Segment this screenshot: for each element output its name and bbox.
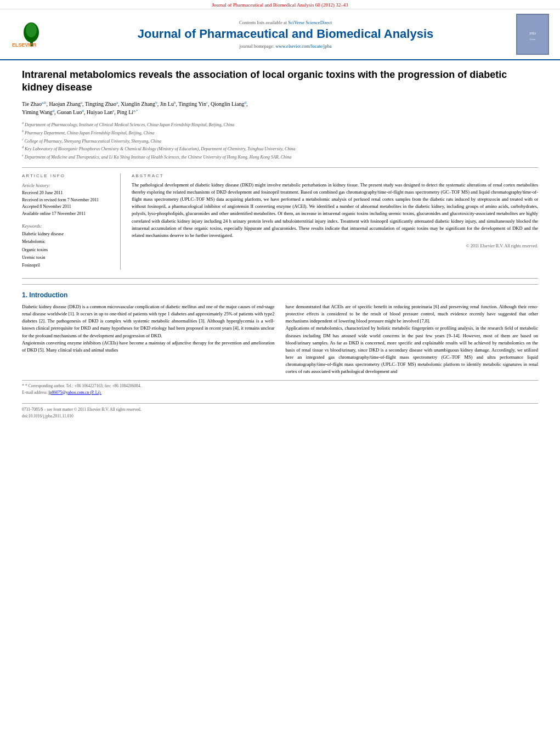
article-info-header: ARTICLE INFO: [22, 173, 112, 178]
homepage-line: journal homepage: www.elsevier.com/locat…: [66, 43, 505, 49]
homepage-link[interactable]: www.elsevier.com/locate/jpba: [275, 43, 331, 49]
history-online: Available online 17 November 2011: [22, 211, 112, 218]
keywords-section: Keywords: Diabetic kidney disease Metabo…: [22, 223, 112, 270]
keywords-list: Diabetic kidney disease Metabolomic Orga…: [22, 230, 112, 270]
svg-text:Cover: Cover: [530, 38, 536, 41]
article-title: Intrarenal metabolomics reveals the asso…: [22, 69, 538, 94]
keyword-3: Organic toxins: [22, 246, 112, 254]
history-accepted: Accepted 8 November 2011: [22, 203, 112, 211]
section-divider-1: [22, 167, 538, 168]
elsevier-logo: ELSEVIER: [11, 20, 55, 49]
keyword-4: Uremic toxin: [22, 254, 112, 262]
intro-para-3: have demonstrated that ACEIs are of spec…: [286, 303, 539, 325]
intro-para-4: Applications of metabolomics, characteri…: [286, 325, 539, 375]
keywords-title: Keywords:: [22, 223, 112, 229]
main-content: Intrarenal metabolomics reveals the asso…: [0, 60, 560, 427]
doi-text: doi:10.1016/j.jpba.2011.11.010: [22, 414, 538, 418]
section-divider-2: [22, 278, 538, 279]
svg-point-3: [26, 23, 37, 37]
copyright-line: © 2011 Elsevier B.V. All rights reserved…: [132, 244, 538, 248]
keyword-2: Metabolomic: [22, 238, 112, 246]
intro-body: Diabetic kidney disease (DKD) is a commo…: [22, 303, 538, 376]
journal-reference-bar: Journal of Pharmaceutical and Biomedical…: [0, 0, 560, 9]
authors-line: Tie Zhaoa,b, Haojun Zhanga, Tingting Zha…: [22, 100, 538, 117]
affiliation-c: c College of Pharmacy, Shenyang Pharmace…: [22, 137, 538, 145]
abstract-text: The pathological development of diabetic…: [132, 182, 538, 239]
article-info-column: ARTICLE INFO Article history: Received 2…: [22, 173, 121, 270]
affiliations: a Department of Pharmacology, Institute …: [22, 121, 538, 160]
svg-text:ELSEVIER: ELSEVIER: [12, 42, 37, 48]
email-link[interactable]: lp86075@yahoo.com.cn (P. Li).: [49, 390, 101, 395]
journal-header: ELSEVIER Contents lists available at Sci…: [0, 9, 560, 60]
history-received: Received 20 June 2011: [22, 190, 112, 197]
journal-title: Journal of Pharmaceutical and Biomedical…: [66, 27, 505, 41]
keyword-1: Diabetic kidney disease: [22, 230, 112, 238]
sciverse-link[interactable]: SciVerse ScienceDirect: [288, 20, 332, 25]
affiliation-b: b Pharmacy Department, China-Japan Frien…: [22, 129, 538, 137]
journal-cover-image: JPBA Cover: [516, 14, 549, 55]
license-text: 0731-7085/$ – see front matter © 2011 El…: [22, 407, 538, 412]
article-history: Article history: Received 20 June 2011 R…: [22, 183, 112, 218]
affiliation-a: a Department of Pharmacology, Institute …: [22, 121, 538, 128]
intro-right-col: have demonstrated that ACEIs are of spec…: [286, 303, 539, 376]
footnote-section: * * Corresponding author. Tel.: +86 1064…: [22, 380, 538, 395]
corresponding-author-note: * * Corresponding author. Tel.: +86 1064…: [22, 383, 538, 388]
keyword-5: Fosinopril: [22, 262, 112, 269]
introduction-section: 1. Introduction Diabetic kidney disease …: [22, 284, 538, 376]
page-footer: 0731-7085/$ – see front matter © 2011 El…: [22, 403, 538, 418]
svg-text:JPBA: JPBA: [529, 32, 536, 35]
intro-para-2: Angiotensin converting enzyme inhibitors…: [22, 340, 275, 354]
article-info-abstract-section: ARTICLE INFO Article history: Received 2…: [22, 173, 538, 270]
intro-left-col: Diabetic kidney disease (DKD) is a commo…: [22, 303, 275, 376]
affiliation-e: e Department of Medicine and Therapeutic…: [22, 153, 538, 161]
abstract-column: ABSTRACT The pathological development of…: [132, 173, 538, 270]
intro-para-1: Diabetic kidney disease (DKD) is a commo…: [22, 303, 275, 340]
journal-ref-text: Journal of Pharmaceutical and Biomedical…: [212, 2, 348, 8]
abstract-header: ABSTRACT: [132, 173, 538, 178]
history-title: Article history:: [22, 183, 112, 188]
journal-center-info: Contents lists available at SciVerse Sci…: [66, 20, 505, 48]
history-revised: Received in revised form 7 November 2011: [22, 197, 112, 204]
affiliation-d: d Key Laboratory of Bioorganic Phosphoru…: [22, 145, 538, 152]
sciverse-line: Contents lists available at SciVerse Sci…: [66, 20, 505, 25]
intro-heading: 1. Introduction: [22, 291, 538, 299]
email-line: E-mail address: lp86075@yahoo.com.cn (P.…: [22, 390, 538, 395]
